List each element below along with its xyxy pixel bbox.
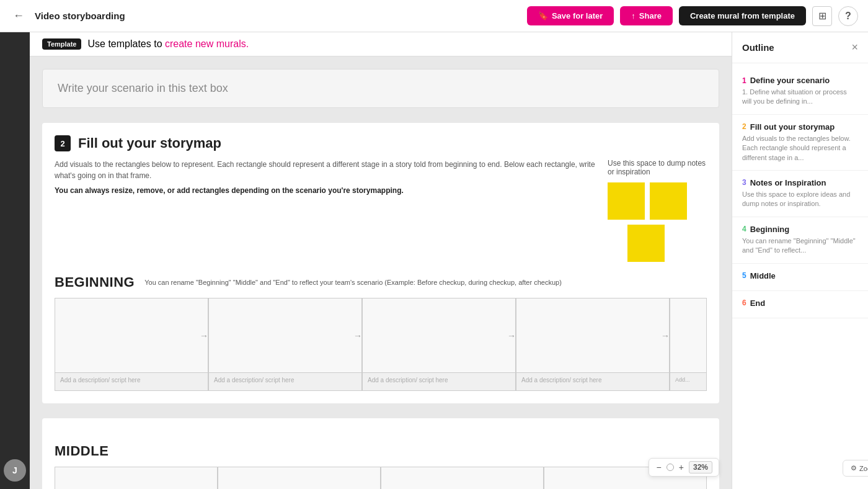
save-icon: 🔖 xyxy=(538,11,548,20)
outline-item-5[interactable]: 5 Middle xyxy=(732,264,868,291)
help-button[interactable]: ? xyxy=(838,6,858,26)
frame-box-3: → xyxy=(363,298,515,373)
outline-item-1-header: 1 Define your scenario xyxy=(742,76,858,85)
arrow-icon-1: → xyxy=(200,331,208,341)
back-button[interactable]: ← xyxy=(10,7,27,25)
frame-box-1: → xyxy=(55,298,208,373)
middle-frame-1[interactable]: → xyxy=(55,467,218,489)
storymap-num: 2 xyxy=(55,135,71,151)
zoom-circle xyxy=(666,464,674,471)
frame-4[interactable]: → Add a description/ script here xyxy=(516,298,670,391)
frame-desc-5[interactable]: Add... xyxy=(670,373,706,390)
sticky-note[interactable] xyxy=(627,225,665,262)
middle-frame-box-3: → xyxy=(381,467,543,489)
outline-item-4-desc: You can rename "Beginning" "Middle" and … xyxy=(742,236,858,256)
canvas-area[interactable]: Write your scenario in this text box 2 F… xyxy=(30,56,732,489)
storymap-header: 2 Fill out your storymap xyxy=(55,135,707,151)
sticky-notes xyxy=(608,182,707,262)
frame-3[interactable]: → Add a description/ script here xyxy=(362,298,516,391)
outline-item-5-num: 5 xyxy=(742,271,746,280)
middle-arrow-2: → xyxy=(372,487,381,490)
outline-item-1[interactable]: 1 Define your scenario 1. Define what si… xyxy=(732,68,868,115)
zoom-value: 32% xyxy=(689,461,712,473)
create-mural-button[interactable]: Create mural from template xyxy=(679,6,806,25)
middle-frame-box-2: → xyxy=(218,467,380,489)
notes-label: Use this space to dump notes or inspirat… xyxy=(608,159,707,176)
frame-5[interactable]: Add... xyxy=(670,298,707,391)
outline-item-2-desc: Add visuals to the rectangles below. Eac… xyxy=(742,134,858,163)
middle-frame-3[interactable]: → xyxy=(381,467,544,489)
share-icon: ↑ xyxy=(631,11,636,20)
frame-2[interactable]: → Add a description/ script here xyxy=(208,298,362,391)
arrow-icon-4: → xyxy=(661,331,670,341)
storymap-desc2: You can always resize, remove, or add re… xyxy=(55,185,595,196)
middle-frames-row: → → → xyxy=(55,467,707,489)
outline-item-4[interactable]: 4 Beginning You can rename "Beginning" "… xyxy=(732,217,868,264)
outline-item-5-title: Middle xyxy=(750,271,776,280)
avatar[interactable]: J xyxy=(4,459,26,482)
frame-desc-2[interactable]: Add a description/ script here xyxy=(209,373,361,390)
middle-title: MIDDLE xyxy=(55,443,108,459)
share-button[interactable]: ↑ Share xyxy=(620,6,673,25)
storymap-left: Add visuals to the rectangles below to r… xyxy=(55,159,595,262)
outline-item-6-title: End xyxy=(750,298,766,308)
outline-item-5-header: 5 Middle xyxy=(742,271,858,280)
topbar-left: ← Video storyboarding xyxy=(10,7,125,25)
middle-header: MIDDLE xyxy=(55,443,707,459)
outline-item-3-title: Notes or Inspiration xyxy=(750,178,826,187)
create-murals-link[interactable]: create new murals. xyxy=(165,38,249,49)
sticky-note[interactable] xyxy=(608,182,645,220)
topbar: ← Video storyboarding 🔖 Save for later ↑… xyxy=(0,0,868,32)
beginning-title: BEGINNING xyxy=(55,274,135,290)
template-badge: Template xyxy=(42,38,81,50)
outline-panel: Outline × 1 Define your scenario 1. Defi… xyxy=(732,32,868,489)
outline-item-3-num: 3 xyxy=(742,178,746,187)
frames-row: → Add a description/ script here → Add a… xyxy=(55,298,707,391)
middle-frame-2[interactable]: → xyxy=(218,467,381,489)
outline-item-3[interactable]: 3 Notes or Inspiration Use this space to… xyxy=(732,171,868,217)
frame-box-4: → xyxy=(516,298,669,373)
topbar-actions: 🔖 Save for later ↑ Share Create mural fr… xyxy=(527,6,858,26)
frame-desc-4[interactable]: Add a description/ script here xyxy=(516,373,669,390)
outline-item-4-title: Beginning xyxy=(750,225,790,234)
storymap-section: 2 Fill out your storymap Add visuals to … xyxy=(42,123,719,403)
grid-icon: ⊞ xyxy=(818,10,826,22)
frame-box-5 xyxy=(670,298,706,373)
template-banner-text: Use templates to create new murals. xyxy=(87,38,249,50)
zoom-in-button[interactable]: + xyxy=(678,462,685,472)
zoom-bar: − + 32% xyxy=(649,458,719,477)
outline-close-button[interactable]: × xyxy=(851,41,858,54)
save-button[interactable]: 🔖 Save for later xyxy=(527,6,614,25)
outline-item-1-title: Define your scenario xyxy=(750,76,830,85)
outline-item-2[interactable]: 2 Fill out your storymap Add visuals to … xyxy=(732,115,868,171)
zoom-out-button[interactable]: − xyxy=(655,462,663,472)
scenario-text: Write your scenario in this text box xyxy=(58,82,228,94)
frame-box-2: → xyxy=(209,298,361,373)
outline-item-6[interactable]: 6 End xyxy=(732,291,868,318)
storymap-desc1: Add visuals to the rectangles below to r… xyxy=(55,159,595,181)
outline-item-4-header: 4 Beginning xyxy=(742,225,858,234)
arrow-icon-3: → xyxy=(507,331,516,341)
outline-item-3-desc: Use this space to explore ideas and dump… xyxy=(742,190,858,209)
scenario-box[interactable]: Write your scenario in this text box xyxy=(42,69,719,108)
grid-view-button[interactable]: ⊞ xyxy=(812,6,832,26)
beginning-header: BEGINNING You can rename "Beginning" "Mi… xyxy=(55,274,707,290)
frame-1[interactable]: → Add a description/ script here xyxy=(55,298,208,391)
sticky-note[interactable] xyxy=(650,182,687,220)
page-title: Video storyboarding xyxy=(35,11,125,21)
outline-item-4-num: 4 xyxy=(742,225,746,233)
canvas-content: Write your scenario in this text box 2 F… xyxy=(30,56,732,489)
outline-item-2-title: Fill out your storymap xyxy=(750,122,835,132)
storymap-layout: Add visuals to the rectangles below to r… xyxy=(55,159,707,262)
frame-desc-3[interactable]: Add a description/ script here xyxy=(363,373,515,390)
frame-desc-1[interactable]: Add a description/ script here xyxy=(55,373,208,390)
storymap-title: Fill out your storymap xyxy=(78,135,221,151)
arrow-icon-2: → xyxy=(353,331,362,341)
left-sidebar: J xyxy=(0,32,30,489)
main-layout: J Template Use templates to create new m… xyxy=(0,32,868,489)
middle-arrow-1: → xyxy=(209,487,218,490)
outline-header: Outline × xyxy=(732,32,868,63)
canvas-wrapper: Template Use templates to create new mur… xyxy=(30,32,732,489)
outline-item-6-header: 6 End xyxy=(742,298,858,308)
outline-item-2-header: 2 Fill out your storymap xyxy=(742,122,858,132)
